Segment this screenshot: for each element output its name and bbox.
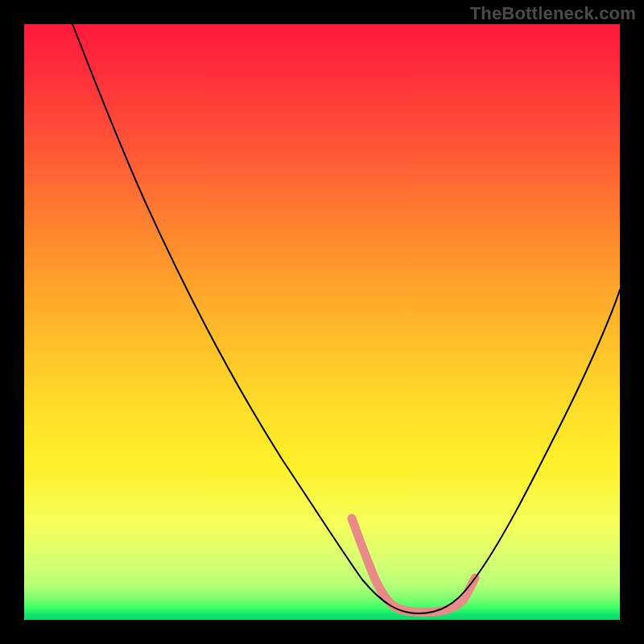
plot-area [24, 24, 620, 620]
highlight-segment [352, 518, 475, 612]
chart-frame: TheBottleneck.com [0, 0, 644, 644]
curve-svg [24, 24, 620, 620]
bottleneck-curve [72, 24, 620, 613]
watermark-text: TheBottleneck.com [470, 3, 636, 24]
